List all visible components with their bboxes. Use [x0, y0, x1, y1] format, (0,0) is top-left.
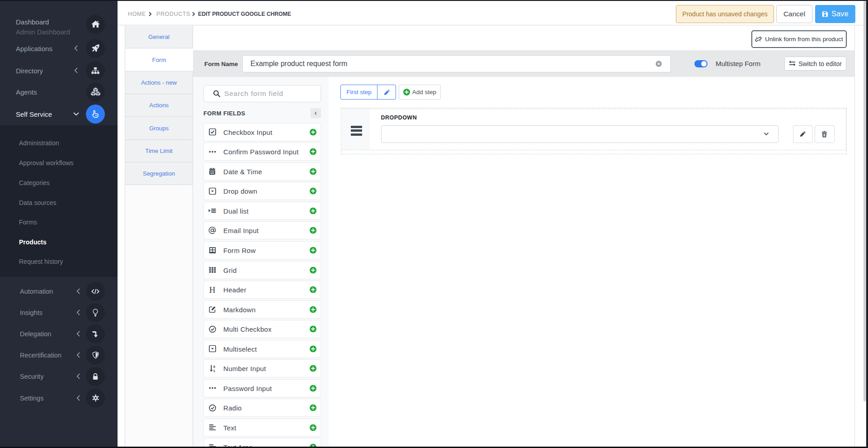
svg-text:1: 1 — [213, 369, 215, 372]
svg-text:9: 9 — [213, 365, 215, 369]
